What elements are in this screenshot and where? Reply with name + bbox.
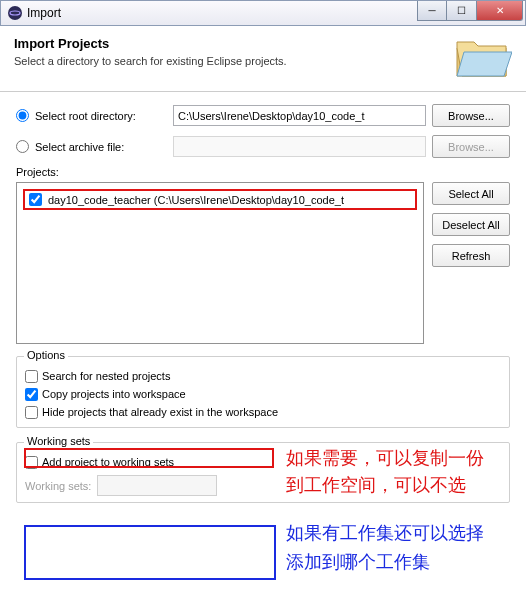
window-title: Import	[27, 6, 61, 20]
browse-root-button[interactable]: Browse...	[432, 104, 510, 127]
page-subtitle: Select a directory to search for existin…	[14, 55, 512, 67]
window-titlebar: Import ─ ☐ ✕	[0, 0, 526, 26]
working-set-label: Working sets:	[25, 480, 91, 492]
projects-label: Projects:	[16, 166, 510, 178]
project-item[interactable]: day10_code_teacher (C:\Users\Irene\Deskt…	[23, 189, 417, 210]
archive-file-input	[173, 136, 426, 157]
hide-existing-checkbox[interactable]	[25, 406, 38, 419]
root-directory-label: Select root directory:	[35, 110, 165, 122]
refresh-button[interactable]: Refresh	[432, 244, 510, 267]
root-directory-input[interactable]	[173, 105, 426, 126]
maximize-button[interactable]: ☐	[447, 1, 477, 21]
window-controls: ─ ☐ ✕	[417, 1, 523, 21]
select-all-button[interactable]: Select All	[432, 182, 510, 205]
hide-existing-label: Hide projects that already exist in the …	[42, 406, 278, 418]
copy-workspace-checkbox[interactable]	[25, 388, 38, 401]
archive-file-label: Select archive file:	[35, 141, 165, 153]
wizard-content: Select root directory: Browse... Select …	[0, 92, 526, 503]
page-title: Import Projects	[14, 36, 512, 51]
options-title: Options	[24, 349, 68, 361]
add-working-set-label: Add project to working sets	[42, 456, 174, 468]
archive-file-radio[interactable]	[16, 140, 29, 153]
minimize-button[interactable]: ─	[417, 1, 447, 21]
archive-file-row: Select archive file: Browse...	[16, 135, 510, 158]
project-buttons: Select All Deselect All Refresh	[432, 182, 510, 344]
eclipse-icon	[7, 5, 23, 21]
annotation-blue-box	[24, 525, 276, 580]
hide-existing-row[interactable]: Hide projects that already exist in the …	[25, 403, 501, 421]
copy-workspace-label: Copy projects into workspace	[42, 388, 186, 400]
projects-list[interactable]: day10_code_teacher (C:\Users\Irene\Deskt…	[16, 182, 424, 344]
add-working-set-checkbox[interactable]	[25, 456, 38, 469]
annotation-red-line2: 到工作空间，可以不选	[286, 473, 466, 497]
annotation-blue-line1: 如果有工作集还可以选择	[286, 521, 484, 545]
project-name: day10_code_teacher (C:\Users\Irene\Deskt…	[48, 194, 344, 206]
search-nested-label: Search for nested projects	[42, 370, 170, 382]
annotation-red-line1: 如果需要，可以复制一份	[286, 446, 484, 470]
search-nested-row[interactable]: Search for nested projects	[25, 367, 501, 385]
deselect-all-button[interactable]: Deselect All	[432, 213, 510, 236]
annotation-blue-line2: 添加到哪个工作集	[286, 550, 430, 574]
copy-workspace-row[interactable]: Copy projects into workspace	[25, 385, 501, 403]
options-box: Search for nested projects Copy projects…	[16, 356, 510, 428]
project-checkbox[interactable]	[29, 193, 42, 206]
options-group: Options Search for nested projects Copy …	[16, 356, 510, 428]
search-nested-checkbox[interactable]	[25, 370, 38, 383]
working-set-combo	[97, 475, 217, 496]
root-directory-radio[interactable]	[16, 109, 29, 122]
root-directory-row: Select root directory: Browse...	[16, 104, 510, 127]
import-folder-icon	[454, 34, 512, 80]
working-sets-title: Working sets	[24, 435, 93, 447]
projects-area: day10_code_teacher (C:\Users\Irene\Deskt…	[16, 182, 510, 344]
browse-archive-button: Browse...	[432, 135, 510, 158]
wizard-header: Import Projects Select a directory to se…	[0, 26, 526, 92]
close-button[interactable]: ✕	[477, 1, 523, 21]
